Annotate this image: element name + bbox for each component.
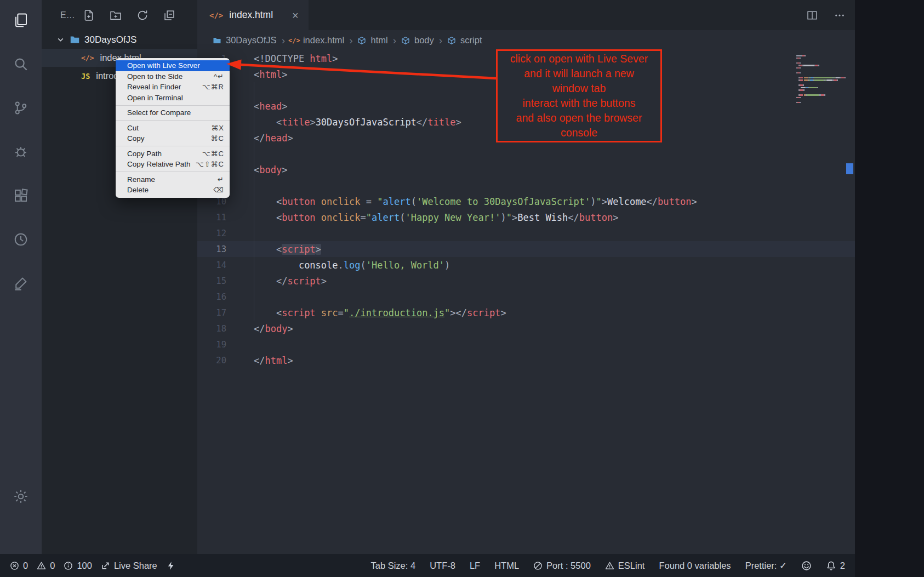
circle-i-icon xyxy=(64,561,73,570)
html-file-icon: </> xyxy=(209,11,223,20)
breadcrumb-item-html[interactable]: html xyxy=(357,35,387,45)
js-file-icon: JS xyxy=(81,72,90,81)
status-found-0-variables[interactable]: Found 0 variables xyxy=(659,561,731,571)
code-line[interactable]: 7 xyxy=(197,146,855,162)
menu-item-delete[interactable]: Delete⌫ xyxy=(116,185,230,196)
menu-item-rename[interactable]: Rename↵ xyxy=(116,174,230,185)
menu-item-select-for-compare[interactable]: Select for Compare xyxy=(116,107,230,118)
source-control-icon[interactable] xyxy=(12,99,30,117)
live-share-icon xyxy=(101,561,110,570)
search-icon[interactable] xyxy=(12,55,30,73)
tab-index-html[interactable]: </> index.html × xyxy=(197,0,309,30)
minimap-line xyxy=(796,99,846,101)
minimap-line xyxy=(796,79,846,81)
status-utf-8[interactable]: UTF-8 xyxy=(430,561,455,571)
code-text: <script> xyxy=(236,244,321,255)
code-line[interactable]: 14 console.log('Hello, World') xyxy=(197,257,855,273)
menu-item-copy[interactable]: Copy⌘C xyxy=(116,133,230,144)
code-line[interactable]: 8<body> xyxy=(197,162,855,178)
status-bolt[interactable] xyxy=(166,561,175,570)
tabbar-actions xyxy=(807,0,845,30)
breadcrumb: 30DaysOfJS›</>index.html›html›body›scrip… xyxy=(197,30,855,50)
status-live-share[interactable]: Live Share xyxy=(101,561,157,571)
pen-icon[interactable] xyxy=(12,274,30,293)
menu-item-copy-path[interactable]: Copy Path⌥⌘C xyxy=(116,148,230,159)
minimap-line xyxy=(796,87,846,89)
new-file-icon[interactable] xyxy=(83,9,95,21)
code-text: console.log('Hello, World') xyxy=(236,260,450,271)
breadcrumb-item-body[interactable]: body xyxy=(401,35,434,45)
breadcrumb-item-30daysofjs[interactable]: 30DaysOfJS xyxy=(213,35,277,45)
status-eslint[interactable]: ESLint xyxy=(605,561,645,571)
menu-item-open-to-the-side[interactable]: Open to the Side^↵ xyxy=(116,71,230,82)
code-text: <body> xyxy=(236,164,287,175)
run-debug-icon[interactable] xyxy=(12,142,30,161)
code-line[interactable]: 19 xyxy=(197,336,855,352)
status-port-5500[interactable]: Port : 5500 xyxy=(533,561,591,571)
line-number: 18 xyxy=(197,324,236,334)
code-line[interactable]: 13 <script> xyxy=(197,241,855,257)
code-line[interactable]: 15 </script> xyxy=(197,273,855,289)
code-text: </head> xyxy=(236,133,293,144)
code-text: <button onclick="alert('Happy New Year!'… xyxy=(236,212,618,223)
line-number: 10 xyxy=(197,197,236,207)
split-editor-icon[interactable] xyxy=(807,10,818,21)
folder-row-30daysofjs[interactable]: 30DaysOfJS xyxy=(42,31,197,49)
status-html[interactable]: HTML xyxy=(494,561,519,571)
breadcrumb-item-script[interactable]: script xyxy=(447,35,482,45)
minimap-line xyxy=(796,92,846,94)
code-line[interactable]: 11 <button onclick="alert('Happy New Yea… xyxy=(197,209,855,225)
clock-icon[interactable] xyxy=(12,230,30,249)
code-line[interactable]: 17 <script src="./introduction.js"></scr… xyxy=(197,305,855,321)
menu-item-copy-relative-path[interactable]: Copy Relative Path⌥⇧⌘C xyxy=(116,159,230,170)
code-line[interactable]: 20</html> xyxy=(197,352,855,368)
status-0[interactable]: 0 xyxy=(37,561,55,571)
minimap[interactable] xyxy=(796,55,846,103)
code-line[interactable]: 18</body> xyxy=(197,321,855,336)
settings-gear-icon[interactable] xyxy=(12,487,30,506)
line-number: 11 xyxy=(197,213,236,222)
menu-item-open-in-terminal[interactable]: Open in Terminal xyxy=(116,93,230,104)
line-number: 12 xyxy=(197,228,236,238)
minimap-line xyxy=(796,60,846,61)
explorer-icon[interactable] xyxy=(12,11,30,30)
code-line[interactable]: 12 xyxy=(197,225,855,241)
code-text: <script src="./introduction.js"></script… xyxy=(236,307,506,318)
collapse-all-icon[interactable] xyxy=(163,9,175,21)
code-text: <html> xyxy=(236,69,287,80)
refresh-icon[interactable] xyxy=(136,9,149,21)
menu-item-cut[interactable]: Cut⌘X xyxy=(116,123,230,134)
status-0[interactable]: 0 xyxy=(10,561,28,571)
extensions-icon[interactable] xyxy=(12,186,30,205)
new-folder-icon[interactable] xyxy=(110,9,122,21)
status-prettier[interactable]: Prettier: ✓ xyxy=(745,561,787,571)
code-text: </body> xyxy=(236,323,293,334)
code-line[interactable]: 16 xyxy=(197,289,855,305)
minimap-line xyxy=(796,72,846,74)
close-icon[interactable]: × xyxy=(292,10,299,21)
code-line[interactable]: 9 xyxy=(197,178,855,193)
breadcrumb-separator: › xyxy=(349,35,352,47)
menu-separator xyxy=(116,172,230,172)
minimap-line xyxy=(796,102,846,104)
minimap-line xyxy=(796,77,846,79)
menu-item-reveal-in-finder[interactable]: Reveal in Finder⌥⌘R xyxy=(116,82,230,93)
breadcrumb-item-index-html[interactable]: </>index.html xyxy=(290,35,344,45)
status-2[interactable]: 2 xyxy=(826,561,845,571)
annotation-line: window tab xyxy=(498,81,660,96)
minimap-line xyxy=(796,67,846,69)
symbol-icon xyxy=(447,36,456,45)
more-actions-icon[interactable] xyxy=(834,10,845,21)
status-lf[interactable]: LF xyxy=(470,561,480,571)
annotation-box: click on open with Live Severand it will… xyxy=(496,49,662,142)
code-line[interactable]: 10 <button onclick = "alert('Welcome to … xyxy=(197,193,855,209)
tab-bar: </> index.html × xyxy=(197,0,855,30)
code-icon: </> xyxy=(290,36,299,45)
status-smiley[interactable] xyxy=(801,561,812,571)
status-tab-size-4[interactable]: Tab Size: 4 xyxy=(371,561,416,571)
status-100[interactable]: 100 xyxy=(64,561,92,571)
menu-item-open-with-live-server[interactable]: Open with Live Server xyxy=(116,60,230,71)
bolt-icon xyxy=(166,561,175,570)
symbol-icon xyxy=(357,36,366,45)
minimap-line xyxy=(796,70,846,71)
